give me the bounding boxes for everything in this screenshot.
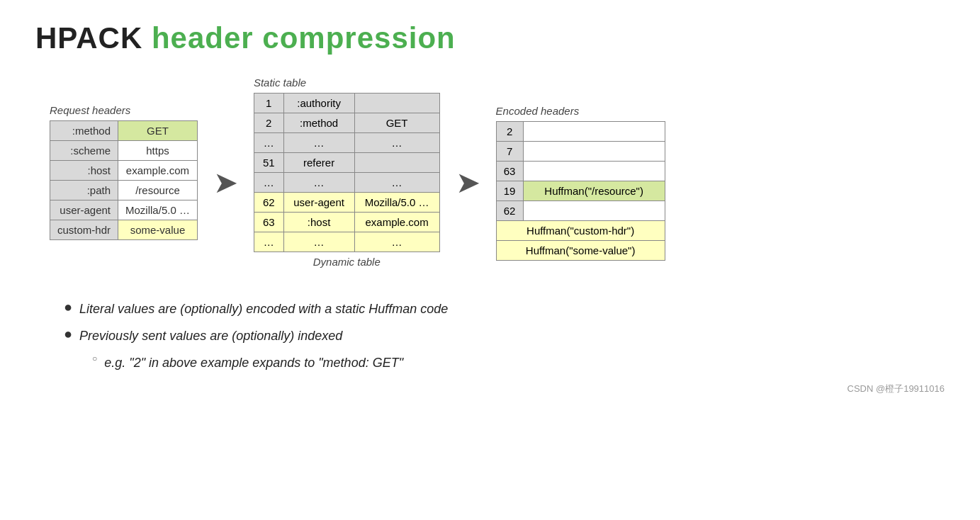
val-cell	[523, 142, 665, 162]
val-cell: …	[354, 232, 439, 252]
idx-cell: 2	[254, 113, 283, 133]
val-cell	[523, 122, 665, 142]
req-key: :scheme	[50, 141, 118, 161]
table-row: … … …	[254, 173, 439, 193]
val-cell: …	[354, 133, 439, 153]
name-cell: referer	[283, 153, 354, 173]
idx-cell: 7	[496, 142, 523, 162]
req-val: Mozilla/5.0 …	[118, 200, 198, 220]
table-row: 62	[496, 201, 665, 221]
table-row: custom-hdr some-value	[50, 220, 198, 240]
req-val: https	[118, 141, 198, 161]
idx-cell: 2	[496, 122, 523, 142]
name-cell: :authority	[283, 94, 354, 113]
idx-cell: 1	[254, 94, 283, 113]
static-dynamic-section: Static table 1 :authority 2 :method GET …	[254, 77, 440, 268]
req-key: :host	[50, 161, 118, 181]
req-key: :method	[50, 121, 118, 141]
table-row: … … …	[254, 133, 439, 153]
title-part2: header compression	[152, 21, 456, 55]
bullets-section: ● Literal values are (optionally) encode…	[64, 296, 945, 375]
huffman-val: Huffman("custom-hdr")	[496, 221, 665, 241]
encoded-headers-table: 2 7 63 19 Huffman("/resource") 62 Huffm	[496, 121, 665, 261]
val-cell	[523, 162, 665, 181]
table-row: 63	[496, 162, 665, 181]
diagram-area: Request headers :method GET :scheme http…	[50, 77, 945, 268]
name-cell: :host	[283, 213, 354, 232]
sub-dot: ○	[92, 350, 97, 367]
sub-bullet-text: e.g. "2" in above example expands to "me…	[104, 350, 403, 375]
idx-cell: 19	[496, 181, 523, 201]
req-key: custom-hdr	[50, 220, 118, 240]
req-key: :path	[50, 181, 118, 200]
arrow-1: ➤	[213, 168, 238, 198]
idx-cell: …	[254, 173, 283, 193]
val-cell: Mozilla/5.0 …	[354, 193, 439, 213]
table-row: 63 :host example.com	[254, 213, 439, 232]
idx-cell: 62	[254, 193, 283, 213]
request-headers-section: Request headers :method GET :scheme http…	[50, 104, 198, 240]
bullet-item: ● Previously sent values are (optionally…	[64, 323, 945, 349]
table-row: Huffman("some-value")	[496, 241, 665, 261]
idx-cell: 51	[254, 153, 283, 173]
table-row: user-agent Mozilla/5.0 …	[50, 200, 198, 220]
table-row: 19 Huffman("/resource")	[496, 181, 665, 201]
val-cell: …	[354, 173, 439, 193]
req-val: /resource	[118, 181, 198, 200]
request-headers-table: :method GET :scheme https :host example.…	[50, 120, 198, 240]
idx-cell: …	[254, 133, 283, 153]
page-title: HPACK header compression	[35, 21, 945, 55]
val-cell	[523, 201, 665, 221]
idx-cell: 62	[496, 201, 523, 221]
table-row: :method GET	[50, 121, 198, 141]
huffman-val: Huffman("some-value")	[496, 241, 665, 261]
table-row: … … …	[254, 232, 439, 252]
req-val: GET	[118, 121, 198, 141]
name-cell: …	[283, 232, 354, 252]
name-cell: …	[283, 173, 354, 193]
val-cell: Huffman("/resource")	[523, 181, 665, 201]
table-row: Huffman("custom-hdr")	[496, 221, 665, 241]
arrow-2: ➤	[456, 168, 480, 198]
req-val: example.com	[118, 161, 198, 181]
req-key: user-agent	[50, 200, 118, 220]
encoded-headers-label: Encoded headers	[496, 105, 665, 117]
val-cell: GET	[354, 113, 439, 133]
sub-bullet-item: ○ e.g. "2" in above example expands to "…	[92, 350, 945, 375]
idx-cell: …	[254, 232, 283, 252]
static-table-label: Static table	[254, 77, 440, 89]
name-cell: …	[283, 133, 354, 153]
table-row: :path /resource	[50, 181, 198, 200]
request-headers-label: Request headers	[50, 104, 198, 116]
table-row: 51 referer	[254, 153, 439, 173]
table-row: 2 :method GET	[254, 113, 439, 133]
idx-cell: 63	[496, 162, 523, 181]
title-part1: HPACK	[35, 21, 142, 55]
bullet-dot: ●	[64, 323, 72, 344]
table-row: 1 :authority	[254, 94, 439, 113]
name-cell: user-agent	[283, 193, 354, 213]
val-cell: example.com	[354, 213, 439, 232]
encoded-headers-section: Encoded headers 2 7 63 19 Huffman("/reso…	[496, 105, 665, 261]
val-cell	[354, 153, 439, 173]
bullet-text: Literal values are (optionally) encoded …	[79, 296, 448, 322]
val-cell	[354, 94, 439, 113]
bullet-text: Previously sent values are (optionally) …	[79, 323, 342, 349]
watermark: CSDN @橙子19911016	[35, 383, 945, 395]
idx-cell: 63	[254, 213, 283, 232]
table-row: 7	[496, 142, 665, 162]
static-table: 1 :authority 2 :method GET … … … 51 refe…	[254, 93, 440, 252]
bullet-dot: ●	[64, 296, 72, 317]
name-cell: :method	[283, 113, 354, 133]
bullet-item: ● Literal values are (optionally) encode…	[64, 296, 945, 322]
dynamic-table-label: Dynamic table	[254, 256, 440, 268]
req-val: some-value	[118, 220, 198, 240]
table-row: 2	[496, 122, 665, 142]
table-row: 62 user-agent Mozilla/5.0 …	[254, 193, 439, 213]
table-row: :host example.com	[50, 161, 198, 181]
table-row: :scheme https	[50, 141, 198, 161]
